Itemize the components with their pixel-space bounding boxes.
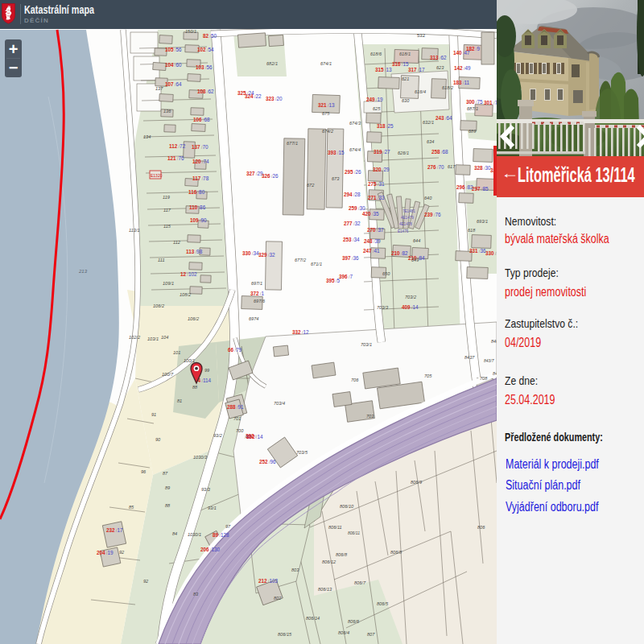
svg-text:672: 672 <box>307 183 315 188</box>
svg-text:136: 136 <box>163 109 171 114</box>
svg-text:327 /31: 327 /31 <box>490 167 497 173</box>
svg-text:108 /62: 108 /62 <box>197 89 214 94</box>
svg-text:687/1: 687/1 <box>467 106 478 111</box>
svg-text:92: 92 <box>143 579 149 584</box>
svg-text:248 /39: 248 /39 <box>364 238 381 244</box>
svg-text:693/1: 693/1 <box>477 219 488 224</box>
svg-text:82 /50: 82 /50 <box>203 33 217 39</box>
svg-text:618/2: 618/2 <box>442 85 454 90</box>
svg-text:317 /17: 317 /17 <box>408 67 425 72</box>
svg-text:674/1: 674/1 <box>320 61 332 66</box>
svg-text:396 /7: 396 /7 <box>339 274 353 279</box>
svg-text:674/2: 674/2 <box>322 129 334 134</box>
svg-text:806: 806 <box>477 525 485 530</box>
svg-text:83: 83 <box>193 592 199 597</box>
svg-text:112: 112 <box>173 240 181 245</box>
svg-text:329 /32: 329 /32 <box>258 252 275 258</box>
svg-text:97: 97 <box>225 524 231 529</box>
svg-text:106/2: 106/2 <box>153 303 165 308</box>
svg-text:253 /34: 253 /34 <box>343 237 360 242</box>
svg-text:296 /83: 296 /83 <box>456 184 473 190</box>
svg-text:88: 88 <box>192 385 198 390</box>
svg-text:92: 92 <box>119 550 125 555</box>
svg-text:89 /128: 89 /128 <box>213 532 229 538</box>
svg-text:650: 650 <box>382 271 390 276</box>
svg-text:320 /29: 320 /29 <box>373 167 390 172</box>
svg-text:259 /30: 259 /30 <box>349 205 365 211</box>
svg-text:120 /74: 120 /74 <box>192 159 209 164</box>
svg-text:806/14: 806/14 <box>306 616 320 621</box>
svg-text:105 /56: 105 /56 <box>165 47 182 52</box>
svg-text:90: 90 <box>155 437 161 442</box>
svg-text:252 /96: 252 /96 <box>259 459 276 464</box>
svg-text:327 /29: 327 /29 <box>246 171 263 176</box>
svg-text:326 /26: 326 /26 <box>262 173 279 179</box>
svg-text:325 /24: 325 /24 <box>237 90 254 96</box>
svg-text:295 /26: 295 /26 <box>345 169 361 175</box>
svg-text:806/8: 806/8 <box>390 550 402 555</box>
svg-text:843/7: 843/7 <box>484 358 494 363</box>
svg-text:806/10: 806/10 <box>340 504 354 509</box>
svg-text:100/1: 100/1 <box>184 358 195 363</box>
svg-text:93/2: 93/2 <box>213 433 223 438</box>
svg-text:270 /37: 270 /37 <box>367 227 384 233</box>
svg-text:806/4: 806/4 <box>338 630 349 635</box>
svg-text:806/5: 806/5 <box>377 601 389 606</box>
svg-text:150/1: 150/1 <box>185 29 196 34</box>
svg-text:409 /14: 409 /14 <box>402 304 419 310</box>
svg-text:392 /14: 392 /14 <box>246 434 263 440</box>
svg-text:697/1: 697/1 <box>251 281 262 286</box>
svg-text:318 /25: 318 /25 <box>377 123 394 129</box>
svg-text:88: 88 <box>165 503 171 508</box>
svg-text:330 /38: 330 /38 <box>485 250 497 256</box>
svg-text:532: 532 <box>417 33 426 38</box>
svg-text:395 /5: 395 /5 <box>326 278 340 283</box>
svg-text:701: 701 <box>233 416 241 421</box>
svg-text:420 /35: 420 /35 <box>362 211 379 217</box>
svg-text:E1320: E1320 <box>151 173 163 178</box>
svg-text:674/3: 674/3 <box>349 121 361 126</box>
svg-text:106/2: 106/2 <box>188 316 200 321</box>
svg-text:803: 803 <box>291 568 299 572</box>
svg-text:315 /13: 315 /13 <box>375 67 392 72</box>
svg-text:275 /31: 275 /31 <box>368 181 385 187</box>
svg-text:806/11: 806/11 <box>328 525 342 530</box>
svg-text:277 /32: 277 /32 <box>344 221 361 226</box>
svg-text:372 /1: 372 /1 <box>250 291 264 296</box>
svg-text:4E1479: 4E1479 <box>401 216 414 220</box>
svg-text:703/1: 703/1 <box>361 342 372 347</box>
svg-text:137: 137 <box>155 86 163 91</box>
svg-text:210 /82: 210 /82 <box>391 250 408 256</box>
svg-text:89: 89 <box>165 485 170 490</box>
svg-text:116 /80: 116 /80 <box>188 189 205 195</box>
svg-text:846: 846 <box>491 339 497 344</box>
svg-text:232 /17: 232 /17 <box>106 527 123 533</box>
svg-text:204 /19: 204 /19 <box>97 550 114 555</box>
svg-text:806/12: 806/12 <box>322 559 336 564</box>
svg-text:618: 618 <box>468 228 476 233</box>
svg-text:618/1: 618/1 <box>399 52 411 56</box>
svg-text:100/7: 100/7 <box>162 372 174 377</box>
svg-text:397 /36: 397 /36 <box>342 255 359 261</box>
svg-text:313 /62: 313 /62 <box>430 55 447 60</box>
svg-text:632/1: 632/1 <box>423 120 434 125</box>
svg-text:321 /13: 321 /13 <box>318 102 335 108</box>
svg-text:618/6: 618/6 <box>370 52 382 56</box>
svg-text:623: 623 <box>436 65 444 70</box>
svg-text:297 /85: 297 /85 <box>472 186 489 192</box>
svg-text:806/13: 806/13 <box>318 587 332 592</box>
svg-text:112 /72: 112 /72 <box>169 143 186 149</box>
svg-text:301 /77: 301 /77 <box>484 100 497 105</box>
svg-text:212 /103: 212 /103 <box>258 578 279 584</box>
svg-text:87: 87 <box>163 471 168 476</box>
svg-text:6974: 6974 <box>249 316 258 321</box>
svg-text:689: 689 <box>469 129 476 134</box>
svg-text:644: 644 <box>413 238 420 243</box>
svg-text:111: 111 <box>158 258 165 262</box>
svg-text:249 /19: 249 /19 <box>366 97 383 102</box>
svg-text:102/2: 102/2 <box>129 335 141 340</box>
svg-text:276 /70: 276 /70 <box>427 164 444 170</box>
svg-text:239 /76: 239 /76 <box>424 212 441 217</box>
svg-text:103 /56: 103 /56 <box>196 64 213 70</box>
svg-text:634: 634 <box>427 139 434 144</box>
